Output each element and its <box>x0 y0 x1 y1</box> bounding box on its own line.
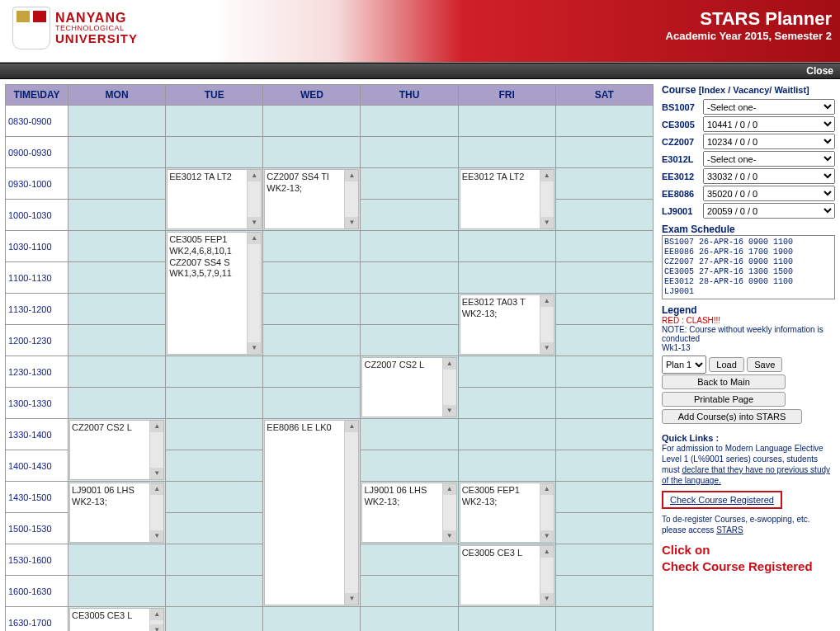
scrollbar-icon[interactable] <box>442 483 456 542</box>
class-entry[interactable]: CE3005 CE3 L <box>69 608 164 631</box>
scrollbar-icon[interactable] <box>540 170 554 228</box>
header-day: THU <box>361 85 458 106</box>
close-link[interactable]: Close <box>806 65 833 77</box>
timetable-cell <box>361 450 458 482</box>
time-slot: 1030-1100 <box>6 231 68 262</box>
timetable-cell <box>555 607 653 632</box>
course-row: E3012L-Select one- <box>662 151 835 167</box>
scrollbar-icon[interactable] <box>149 483 163 542</box>
timetable-cell <box>458 356 555 388</box>
university-logo: NANYANG TECHNOLOGICAL UNIVERSITY <box>12 7 138 49</box>
timetable-cell <box>166 576 263 607</box>
timetable-cell <box>361 231 458 262</box>
timetable-cell <box>68 231 166 262</box>
course-index-select[interactable]: 10234 / 0 / 0 <box>703 134 835 149</box>
timetable-cell <box>68 294 166 325</box>
quick-links-head: Quick Links : <box>662 433 835 443</box>
timetable-cell <box>555 388 653 419</box>
time-slot: 1000-1030 <box>6 200 68 231</box>
timetable-cell: CZ2007 CS2 L <box>361 356 458 419</box>
timetable-cell <box>555 106 653 137</box>
course-index-select[interactable]: 35020 / 0 / 0 <box>703 186 835 201</box>
scrollbar-icon[interactable] <box>540 295 554 354</box>
class-entry[interactable]: CZ2007 CS2 L <box>361 357 456 417</box>
plan-select[interactable]: Plan 1 <box>662 356 706 374</box>
legend-head: Legend <box>662 304 835 316</box>
timetable-cell: EE3012 TA LT2 <box>166 168 263 231</box>
timetable-cell: CE3005 CE3 L <box>458 544 555 607</box>
time-slot: 1630-1700 <box>6 607 68 632</box>
exam-schedule-head: Exam Schedule <box>662 224 835 235</box>
add-courses-button[interactable]: Add Course(s) into STARS <box>662 409 802 424</box>
time-slot: 1400-1430 <box>6 450 68 482</box>
timetable-cell <box>361 294 458 325</box>
timetable-cell: CE3005 FEP1 WK2,4,6,8,10,1 CZ2007 SS4 S … <box>166 231 263 356</box>
back-to-main-button[interactable]: Back to Main <box>662 374 786 389</box>
timetable-cell <box>361 168 458 200</box>
scrollbar-icon[interactable] <box>149 421 163 479</box>
course-index-select[interactable]: -Select one- <box>703 99 835 115</box>
timetable-cell <box>458 388 555 419</box>
course-code: BS1007 <box>662 102 703 112</box>
class-entry[interactable]: CE3005 CE3 L <box>460 545 554 605</box>
save-button[interactable]: Save <box>747 357 782 372</box>
header-time: TIME\DAY <box>6 85 68 106</box>
printable-page-button[interactable]: Printable Page <box>662 392 786 407</box>
class-entry[interactable]: CE3005 FEP1 WK2,4,6,8,10,1 CZ2007 SS4 S … <box>167 232 262 355</box>
timetable-cell: LJ9001 06 LHS WK2-13; <box>361 482 458 544</box>
course-index-select[interactable]: 33032 / 0 / 0 <box>703 168 835 184</box>
course-code: E3012L <box>662 154 703 164</box>
scrollbar-icon[interactable] <box>442 358 456 417</box>
scrollbar-icon[interactable] <box>540 483 554 542</box>
timetable-cell <box>166 482 263 513</box>
load-button[interactable]: Load <box>709 357 743 372</box>
timetable-cell <box>166 388 263 419</box>
close-bar: Close <box>0 63 840 79</box>
scrollbar-icon[interactable] <box>344 421 358 605</box>
class-entry[interactable]: CZ2007 SS4 TI WK2-13; <box>264 169 359 229</box>
stars-link[interactable]: STARS <box>716 525 743 534</box>
timetable-cell <box>263 388 361 419</box>
course-row: CE300510441 / 0 / 0 <box>662 116 835 132</box>
timetable-cell <box>361 419 458 450</box>
timetable-cell <box>555 356 653 388</box>
class-entry[interactable]: LJ9001 06 LHS WK2-13; <box>69 483 164 543</box>
course-index-select[interactable]: 10441 / 0 / 0 <box>703 116 835 132</box>
class-entry[interactable]: EE3012 TA LT2 <box>167 169 262 229</box>
timetable-cell <box>361 137 458 168</box>
timetable-cell <box>555 576 653 607</box>
legend-note2: Wk1-13 <box>662 343 835 352</box>
class-entry[interactable]: LJ9001 06 LHS WK2-13; <box>361 483 456 543</box>
class-entry[interactable]: EE3012 TA03 T WK2-13; <box>460 294 554 355</box>
scrollbar-icon[interactable] <box>247 233 261 354</box>
check-course-registered-link[interactable]: Check Course Registered <box>670 495 774 505</box>
time-slot: 1100-1130 <box>6 262 68 294</box>
header-day: TUE <box>166 85 263 106</box>
timetable-cell <box>263 356 361 388</box>
class-entry[interactable]: EE8086 LE LK0 <box>264 420 359 605</box>
class-entry[interactable]: CE3005 FEP1 WK2-13; <box>460 483 554 543</box>
declare-language-link[interactable]: declare that they have no previous study… <box>662 465 830 485</box>
timetable-cell <box>555 262 653 294</box>
timetable-cell <box>68 262 166 294</box>
course-index-select[interactable]: 20059 / 0 / 0 <box>703 203 835 219</box>
scrollbar-icon[interactable] <box>149 609 163 631</box>
timetable-cell <box>68 200 166 231</box>
timetable-cell: CE3005 CE3 L <box>68 607 166 632</box>
check-course-registered-box: Check Course Registered <box>662 491 782 509</box>
scrollbar-icon[interactable] <box>247 170 261 228</box>
scrollbar-icon[interactable] <box>344 170 358 228</box>
scrollbar-icon[interactable] <box>540 546 554 605</box>
timetable-cell <box>68 137 166 168</box>
sidebar: Course [Index / Vacancy/ Waitlist] BS100… <box>654 84 835 631</box>
time-slot: 1430-1500 <box>6 482 68 513</box>
course-index-select[interactable]: -Select one- <box>703 151 835 167</box>
course-head: Course <box>662 84 696 96</box>
timetable-cell <box>263 325 361 356</box>
uni-name-1: NANYANG <box>55 12 138 25</box>
class-entry[interactable]: CZ2007 CS2 L <box>69 420 164 480</box>
class-entry[interactable]: EE3012 TA LT2 <box>460 169 554 229</box>
time-slot: 1530-1600 <box>6 544 68 576</box>
timetable-cell <box>361 325 458 356</box>
timetable-cell <box>458 137 555 168</box>
